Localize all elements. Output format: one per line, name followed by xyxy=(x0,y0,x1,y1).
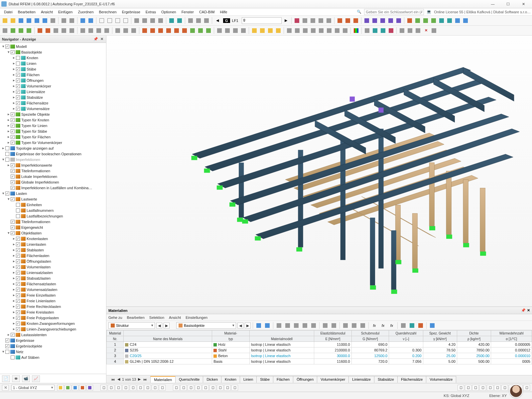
tree-item[interactable]: ▸Volumenlasten xyxy=(0,264,106,270)
expand-toggle[interactable]: ▸ xyxy=(1,146,5,150)
sb-a2[interactable]: ◻ xyxy=(180,385,187,391)
pager-prev[interactable]: ◀ xyxy=(117,377,121,381)
tree-item[interactable]: ▸Flächensatzlasten xyxy=(0,281,106,287)
mod-4[interactable] xyxy=(310,27,317,34)
sb-r2[interactable]: ◻ xyxy=(465,385,471,391)
visibility-checkbox[interactable] xyxy=(16,203,20,207)
sb-a4[interactable]: ◻ xyxy=(195,385,201,391)
maximize-button[interactable]: ☐ xyxy=(501,1,515,7)
sb-a6[interactable]: ◻ xyxy=(209,385,216,391)
column-header[interactable]: ν [–] xyxy=(389,336,423,342)
tree-item[interactable]: ▸Typen für Knoten xyxy=(0,117,106,123)
expand-toggle[interactable]: ▸ xyxy=(12,78,16,82)
visibility-checkbox[interactable] xyxy=(16,305,20,309)
mat-tb-fx[interactable]: fx xyxy=(371,322,378,329)
tree-item[interactable]: ▸Stabsätze xyxy=(0,94,106,100)
visibility-checkbox[interactable] xyxy=(16,293,20,297)
expand-toggle[interactable]: ▸ xyxy=(12,236,16,241)
minimize-button[interactable]: — xyxy=(485,1,500,7)
expand-toggle[interactable]: ▸ xyxy=(12,84,16,88)
expand-toggle[interactable]: ▸ xyxy=(12,95,16,99)
tree-item[interactable]: ▸Stablasten xyxy=(0,247,106,253)
expand-toggle[interactable]: ▸ xyxy=(12,106,16,111)
tree-item[interactable]: ▸Topologie anzeigen auf xyxy=(0,145,106,151)
sb-r1[interactable]: ◻ xyxy=(458,385,464,391)
expand-toggle[interactable]: ▾ xyxy=(1,44,5,49)
draw-2[interactable] xyxy=(44,27,52,34)
visibility-checkbox[interactable] xyxy=(11,163,15,167)
visibility-checkbox[interactable] xyxy=(16,78,20,82)
tree-item[interactable]: ▸Flächenlasten xyxy=(0,253,106,258)
visibility-checkbox[interactable] xyxy=(16,107,20,111)
tree-item[interactable]: Ergebnisse der booleschen Operationen xyxy=(0,151,106,157)
mat-menu-goto[interactable]: Gehe zu xyxy=(108,316,122,320)
navigator-pin-button[interactable]: 📌 xyxy=(93,37,98,42)
tool-x3[interactable] xyxy=(379,27,387,34)
sb-12[interactable]: ◻ xyxy=(144,385,151,391)
next-lf-button[interactable]: ▶ xyxy=(282,17,290,24)
column-header[interactable]: Spez. Gewicht xyxy=(423,331,457,336)
visibility-checkbox[interactable] xyxy=(16,310,20,314)
undo-button[interactable] xyxy=(79,17,86,24)
tree-item[interactable]: ▸Volumensatzlasten xyxy=(0,287,106,292)
mat-tb-3[interactable] xyxy=(275,322,283,329)
mat-tb-g1[interactable] xyxy=(400,322,407,329)
mat-tb-fx2[interactable]: fx xyxy=(379,322,387,329)
table-tab[interactable]: Stäbe xyxy=(256,376,273,383)
expand-toggle[interactable]: ▸ xyxy=(7,123,11,128)
navigator-tree[interactable]: ▾Modell▾Basisobjekte▸Knoten▸Linien▸Stäbe… xyxy=(0,43,106,374)
copy-button[interactable] xyxy=(60,17,67,24)
print-button[interactable] xyxy=(49,17,57,24)
section-button[interactable] xyxy=(176,17,183,24)
column-header[interactable]: Schubmodul xyxy=(351,331,389,336)
new-file-button[interactable] xyxy=(1,17,9,24)
grid-2[interactable] xyxy=(141,17,148,24)
expand-toggle[interactable]: ▸ xyxy=(12,265,16,269)
table-tab[interactable]: Linien xyxy=(240,376,257,383)
load-3[interactable] xyxy=(157,27,164,34)
snap-1[interactable] xyxy=(293,17,301,24)
sb-a3[interactable]: ◻ xyxy=(188,385,194,391)
navtab-results[interactable]: 📈 xyxy=(32,375,40,382)
mat-tb-6[interactable] xyxy=(301,322,309,329)
mod-8[interactable] xyxy=(341,27,349,34)
mat-menu-settings[interactable]: Einstellungen xyxy=(186,316,207,320)
expand-toggle[interactable]: ▸ xyxy=(12,287,16,292)
combo2-next[interactable]: ▶ xyxy=(245,323,251,329)
mat-tb-7[interactable] xyxy=(310,322,317,329)
sb-r4[interactable]: ◻ xyxy=(479,385,486,391)
visibility-checkbox[interactable] xyxy=(16,101,20,105)
tool-x2[interactable] xyxy=(371,27,379,34)
view-mode-2[interactable] xyxy=(106,17,113,24)
tool-x4[interactable] xyxy=(387,27,395,34)
snap-2[interactable] xyxy=(301,17,309,24)
table-row[interactable]: 2S235StahlIsotrop | Linear elastisch2100… xyxy=(107,347,532,353)
grid-1[interactable] xyxy=(133,17,140,24)
open-file-button[interactable] xyxy=(9,17,17,24)
sb-7[interactable]: ◻ xyxy=(108,385,114,391)
menu-einfuegen[interactable]: Einfügen xyxy=(56,9,75,15)
mat-menu-selection[interactable]: Selektion xyxy=(149,316,164,320)
tree-item[interactable]: ▸Knotenlasten xyxy=(0,236,106,241)
expand-toggle[interactable]: ▾ xyxy=(7,231,11,235)
mat-tb-8[interactable] xyxy=(322,322,329,329)
subcategory-combo[interactable]: Basisobjekte xyxy=(176,322,236,329)
tree-item[interactable]: Titelinformationen xyxy=(0,219,106,224)
menu-ansicht[interactable]: Ansicht xyxy=(38,9,56,15)
visibility-checkbox[interactable] xyxy=(16,327,20,331)
render-2[interactable] xyxy=(344,17,351,24)
tree-item[interactable]: ▸Typen für Volumenkörper xyxy=(0,140,106,145)
visibility-checkbox[interactable] xyxy=(16,282,20,286)
column-header[interactable]: Dichte xyxy=(457,331,491,336)
expand-toggle[interactable]: ▸ xyxy=(12,61,16,66)
tree-item[interactable]: ▸Liniensätze xyxy=(0,89,106,94)
pager-last[interactable]: ⏭ xyxy=(143,377,148,381)
visibility-checkbox[interactable] xyxy=(16,237,20,241)
coordinate-system-combo[interactable]: 1 - Global XYZ xyxy=(11,385,55,391)
tree-item[interactable]: Ergebnisse xyxy=(0,337,106,343)
edit-4[interactable] xyxy=(103,27,110,34)
mod-1[interactable] xyxy=(286,27,293,34)
mat-tb-10[interactable] xyxy=(342,322,349,329)
table-row[interactable]: 1C24HolzIsotrop | Linear elastisch11000.… xyxy=(107,342,532,347)
keyword-search-input[interactable] xyxy=(364,9,424,15)
